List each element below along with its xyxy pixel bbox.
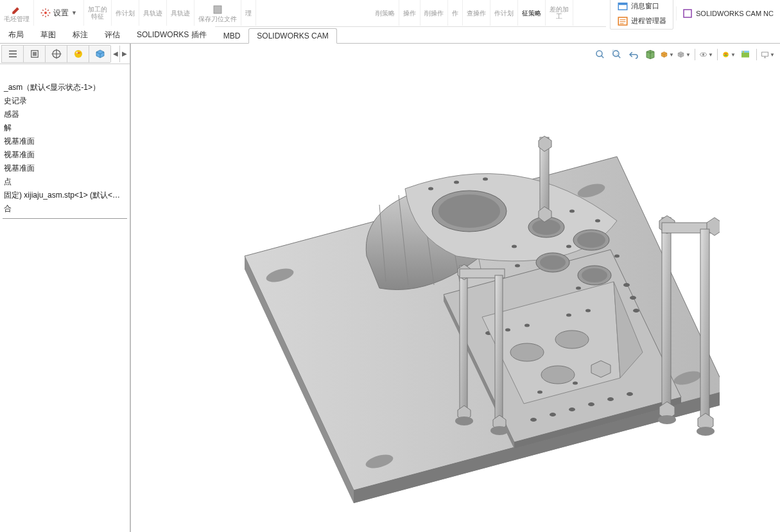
panel-tab-display[interactable] [89,45,110,63]
tab-cam[interactable]: SOLIDWORKS CAM [248,28,336,44]
ribbon-group-plan2[interactable]: 作计划 [490,0,518,26]
svg-rect-83 [700,229,709,422]
tab-addins[interactable]: SOLIDWORKS 插件 [128,26,215,43]
svg-point-41 [524,323,530,327]
ribbon-group-tool2[interactable]: 具轨迹 [167,0,195,26]
ribbon-group-op3[interactable]: 作 [448,0,463,26]
ribbon-group-save[interactable]: 保存刀位文件 [195,0,241,26]
svg-point-55 [582,268,607,282]
svg-point-68 [633,309,639,313]
tab-mbd[interactable]: MBD [215,28,249,43]
svg-point-61 [569,209,575,212]
svg-point-43 [585,309,591,312]
nc-icon [682,8,693,19]
svg-point-65 [576,286,581,289]
tab-annotate[interactable]: 标注 [64,26,96,43]
ribbon-label: 作计划 [494,10,514,17]
panel-scroll-right[interactable]: ▶ [119,46,128,62]
ribbon-group-feat-strat[interactable]: 征策略 [518,0,546,26]
ribbon-label: 特征 [91,13,104,20]
pencil-icon [11,4,22,15]
svg-point-35 [627,392,633,396]
graphics-viewport[interactable]: ▼ ▼ ▼ ▼ ▼ [132,44,780,532]
model-render [132,44,780,532]
tree-item[interactable]: 视基准面 [3,148,127,162]
ribbon-right: 消息窗口 进程管理器 SOLIDWORKS CAM NC [606,0,780,27]
svg-point-67 [630,296,636,300]
svg-rect-5 [684,10,691,17]
panel-tab-appearance[interactable] [67,45,89,63]
list-icon [7,48,19,60]
ribbon-label: 具轨迹 [171,10,190,17]
cam-nc-button[interactable]: SOLIDWORKS CAM NC [676,6,776,21]
panel-scroll-left[interactable]: ◀ [110,46,119,62]
tree-item[interactable]: 固定) xijiaju_asm.stp<1> (默认<显示状 [3,189,127,202]
ribbon-label: 具轨迹 [143,10,162,17]
ribbon-group-strat[interactable]: 削策略 [372,0,399,26]
sphere-icon [73,48,84,60]
panel-tab-feature[interactable] [1,45,23,63]
feature-manager-panel: ◀ ▶ _asm（默认<显示状态-1>） 史记录 感器 解 视基准面 视基准面 … [0,44,131,532]
tab-sketch[interactable]: 草图 [32,26,64,43]
ribbon-group-settings[interactable]: 设置 ▼ [34,0,84,26]
tree-item[interactable]: 点 [3,175,127,189]
ribbon-label: 削策略 [376,10,395,17]
ribbon-label: 设置 [53,8,69,19]
tree-item[interactable]: 合 [3,202,127,216]
svg-point-44 [537,390,542,393]
svg-rect-76 [495,275,503,423]
cube-wire-icon [94,48,106,60]
task-icon [617,15,628,27]
ribbon-group-feat[interactable]: 加工的 特征 [84,0,112,26]
tree-item[interactable]: 解 [3,121,127,135]
ribbon-group-chk[interactable]: 查操作 [463,0,490,26]
svg-rect-78 [662,218,671,410]
gear-icon [40,8,51,18]
tree-root[interactable]: _asm（默认<显示状态-1>） [3,81,127,94]
svg-point-59 [512,245,517,248]
ribbon-group-plan[interactable]: 作计划 [112,0,139,26]
panel-tab-config[interactable] [23,45,45,63]
ribbon-label: 作 [452,10,458,17]
tree-item[interactable]: 视基准面 [3,135,127,148]
svg-point-37 [555,330,589,348]
tab-evaluate[interactable]: 评估 [96,26,128,43]
ribbon-right-label: SOLIDWORKS CAM NC [696,10,774,17]
tree-item[interactable]: 史记录 [3,94,127,108]
ribbon-label: 操作 [403,10,416,17]
svg-point-32 [569,408,575,411]
save-icon [212,4,223,15]
svg-point-57 [454,180,459,184]
ribbon-group-stock[interactable]: 毛坯管理 [0,0,34,26]
panel-tab-property[interactable] [45,45,67,63]
tree-item[interactable]: 视基准面 [3,162,127,175]
tree-item[interactable]: 感器 [3,108,127,121]
svg-point-58 [483,177,488,180]
svg-point-86 [490,426,508,435]
ribbon-group-op1[interactable]: 操作 [399,0,420,26]
svg-point-38 [541,366,575,384]
svg-point-51 [577,232,605,248]
ribbon-label: 差的加 [550,6,569,13]
svg-point-56 [428,187,433,190]
svg-point-60 [515,264,520,267]
ribbon-label: 征策略 [522,10,541,17]
crosshair-icon [51,48,62,60]
proc-mgr-button[interactable]: 进程管理器 [614,14,669,28]
ribbon-label: 理 [245,10,252,17]
msg-window-button[interactable]: 消息窗口 [614,0,669,13]
svg-point-36 [510,343,544,361]
svg-point-63 [566,245,571,248]
tab-layout[interactable]: 布局 [0,26,32,43]
ribbon-group-op2[interactable]: 削操作 [420,0,448,26]
svg-point-47 [438,194,500,228]
ribbon-group-diff[interactable]: 差的加 工 [546,0,573,26]
ribbon-group-tool1[interactable]: 具轨迹 [139,0,167,26]
svg-rect-1 [214,6,221,13]
svg-point-85 [455,416,473,425]
chevron-down-icon: ▼ [71,10,77,16]
ribbon-right-label: 消息窗口 [631,1,659,11]
ribbon-group-mgr[interactable]: 理 [241,0,256,26]
svg-point-33 [588,402,594,406]
svg-point-64 [614,254,620,257]
